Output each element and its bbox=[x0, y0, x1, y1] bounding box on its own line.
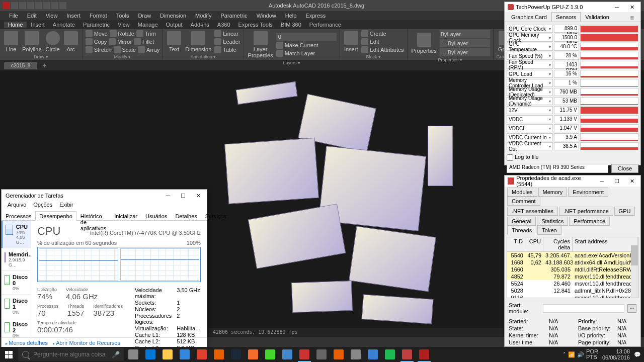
panel-annot-title[interactable]: Annotation ▾ bbox=[166, 53, 240, 59]
sensor-label[interactable]: GPU Temperature bbox=[507, 43, 553, 51]
tile-disk1[interactable]: Disco 10% bbox=[2, 295, 31, 318]
taskbar-app-hwmonitor[interactable] bbox=[313, 347, 330, 362]
taskbar-app-gpuz[interactable] bbox=[398, 347, 416, 362]
menu-tools[interactable]: Tools bbox=[112, 13, 133, 19]
tab-token[interactable]: Token bbox=[537, 226, 561, 235]
sensor-label[interactable]: GPU Load bbox=[507, 70, 553, 78]
color-dropdown[interactable]: ByLayer bbox=[440, 30, 490, 38]
sensor-label[interactable]: Memory Usage (Dynamic) bbox=[507, 97, 553, 105]
search-input[interactable] bbox=[33, 351, 112, 358]
text-button[interactable]: Text bbox=[166, 30, 182, 53]
sensor-label[interactable]: GPU Core Clock bbox=[507, 25, 553, 33]
new-icon[interactable] bbox=[11, 2, 18, 9]
log-checkbox[interactable] bbox=[507, 154, 513, 161]
menu-format[interactable]: Format bbox=[86, 13, 111, 19]
array-button[interactable]: Array bbox=[138, 46, 159, 53]
tab-historico[interactable]: Histórico de aplicativos bbox=[76, 211, 110, 221]
pe-minimize[interactable]: ─ bbox=[594, 175, 609, 187]
pe-maximize[interactable]: ☐ bbox=[609, 175, 624, 187]
mic-icon[interactable]: 🎤 bbox=[112, 351, 120, 358]
sensor-label[interactable]: 12V bbox=[507, 106, 553, 114]
copy-button[interactable]: Copy bbox=[86, 38, 107, 45]
mirror-button[interactable]: Mirror bbox=[109, 38, 132, 45]
table-button[interactable]: Table bbox=[214, 46, 240, 53]
panel-block-title[interactable]: Block ▾ bbox=[343, 53, 404, 59]
menu-parametric[interactable]: Parametric bbox=[216, 13, 251, 19]
panel-layers-title[interactable]: Layers ▾ bbox=[247, 59, 337, 65]
tile-cpu[interactable]: CPU74% 4,06 G… bbox=[2, 221, 31, 248]
tab-environment[interactable]: Environment bbox=[568, 188, 608, 197]
tab-output[interactable]: Output bbox=[162, 22, 187, 28]
linear-button[interactable]: Linear bbox=[214, 30, 240, 37]
taskbar-app-firefox[interactable] bbox=[210, 347, 227, 362]
menu-window[interactable]: Window bbox=[253, 13, 280, 19]
pe-close-x[interactable]: ✕ bbox=[624, 175, 639, 187]
undo-icon[interactable] bbox=[51, 2, 58, 9]
gpuz-menu-icon[interactable]: ≡ bbox=[625, 12, 638, 22]
acad-logo-icon[interactable] bbox=[3, 2, 10, 9]
taskbar-app-chrome[interactable] bbox=[193, 347, 210, 362]
tab-inicializar[interactable]: Inicializar bbox=[110, 211, 141, 221]
pe-titlebar[interactable]: Propriedades de acad.exe (5544) ─☐✕ bbox=[505, 175, 640, 187]
minimize-button[interactable]: ─ bbox=[160, 190, 176, 201]
tab-gpu[interactable]: GPU bbox=[614, 207, 635, 216]
taskbar-app-processhacker[interactable] bbox=[296, 347, 313, 362]
threads-table[interactable]: TID CPU Cycles delta Start address 55404… bbox=[507, 237, 638, 298]
tray-lang[interactable]: POR PTB bbox=[586, 349, 598, 360]
start-button[interactable] bbox=[0, 347, 17, 362]
taskbar-app-edge[interactable] bbox=[142, 347, 159, 362]
thread-row[interactable]: 9116msvcr110.dll!endthreadex+0x90 bbox=[507, 294, 638, 298]
panel-props-title[interactable]: Properties ▾ bbox=[411, 56, 490, 62]
fewer-details-link[interactable]: Menos detalhes bbox=[6, 340, 48, 346]
menu-draw[interactable]: Draw bbox=[134, 13, 155, 19]
taskbar-app-store[interactable] bbox=[176, 347, 193, 362]
menu-insert[interactable]: Insert bbox=[62, 13, 85, 19]
lineweight-dropdown[interactable]: — ByLayer bbox=[440, 39, 490, 47]
open-icon[interactable] bbox=[19, 2, 26, 9]
tab-detalhes[interactable]: Detalhes bbox=[171, 211, 201, 221]
thread-row[interactable]: 16680,6243.188.603atidxx64.dll!AmdLiquid… bbox=[507, 259, 638, 266]
sensor-label[interactable]: Fan Speed (RPM) bbox=[507, 61, 553, 69]
sensor-label[interactable]: Memory Controller Load bbox=[507, 79, 553, 87]
sensor-label[interactable]: Fan Speed (%) bbox=[507, 52, 553, 60]
make-current-button[interactable]: Make Current bbox=[276, 42, 337, 49]
tab-sensors[interactable]: Sensors bbox=[551, 12, 581, 22]
taskbar-app-vlc[interactable] bbox=[330, 347, 347, 362]
taskbar-app-app1[interactable] bbox=[347, 347, 364, 362]
menu-dimension[interactable]: Dimension bbox=[156, 13, 190, 19]
thread-row[interactable]: 552426.460msvcr110.dll!endthreadex+0x90 bbox=[507, 280, 638, 287]
editattr-button[interactable]: Edit Attributes bbox=[361, 46, 404, 53]
thread-row[interactable]: 502812.841adImnt_lib!NP.dll+0x28a63c bbox=[507, 287, 638, 294]
thread-row[interactable]: 485279.872msvcr110.dll!endthreadex+0x90 bbox=[507, 273, 638, 280]
maximize-button[interactable]: ☐ bbox=[176, 190, 191, 201]
sensor-label[interactable]: VDDC bbox=[507, 115, 553, 123]
tab-addins[interactable]: Add-ins bbox=[187, 22, 213, 28]
menu-modify[interactable]: Modify bbox=[191, 13, 215, 19]
linetype-dropdown[interactable]: — ByLayer bbox=[440, 48, 490, 56]
startmod-input[interactable] bbox=[543, 304, 624, 313]
tab-processos[interactable]: Processos bbox=[2, 211, 35, 221]
rotate-button[interactable]: Rotate bbox=[110, 30, 134, 37]
tab-validation[interactable]: Validation bbox=[581, 12, 614, 22]
gpu-select[interactable]: AMD Radeon (TM) R9 390 Series bbox=[507, 164, 608, 173]
scale-button[interactable]: Scale bbox=[114, 46, 136, 53]
edit-button[interactable]: Edit bbox=[361, 38, 404, 45]
taskmgr-titlebar[interactable]: Gerenciador de Tarefas ─ ☐ ✕ bbox=[2, 190, 207, 202]
taskbar-app-screenrec[interactable] bbox=[279, 347, 296, 362]
tray-clock[interactable]: 13:0806/08/2016 bbox=[600, 348, 632, 360]
taskbar-app-origin[interactable] bbox=[245, 347, 262, 362]
thread-row[interactable]: 554045,793.205.467…acad.exe!AcadVersionI… bbox=[507, 252, 638, 259]
menu-edit[interactable]: Edit bbox=[23, 13, 41, 19]
trim-button[interactable]: Trim bbox=[136, 30, 156, 37]
tab-parametric[interactable]: Parametric bbox=[79, 22, 114, 28]
tab-annotate[interactable]: Annotate bbox=[49, 22, 79, 28]
quick-access-toolbar[interactable] bbox=[0, 2, 69, 9]
tile-memory[interactable]: Memóri…2,9/15,9 G… bbox=[2, 248, 31, 271]
tab-insert[interactable]: Insert bbox=[27, 22, 49, 28]
properties-button[interactable]: Properties bbox=[411, 32, 438, 55]
match-layer-button[interactable]: Match Layer bbox=[276, 50, 337, 57]
tray-notifications-icon[interactable]: 💬 bbox=[634, 351, 641, 358]
tile-disk2[interactable]: Disco 20% bbox=[2, 318, 31, 337]
tab-bim360[interactable]: BIM 360 bbox=[277, 22, 305, 28]
tab-a360[interactable]: A360 bbox=[213, 22, 234, 28]
